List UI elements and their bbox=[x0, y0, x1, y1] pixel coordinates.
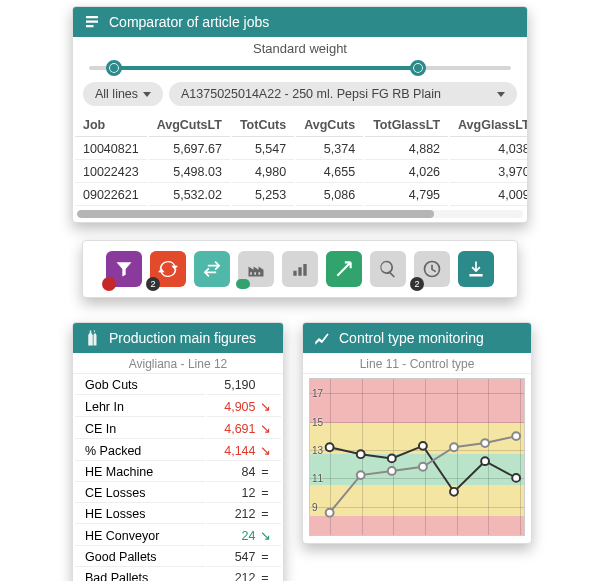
table-cell: 5,547 bbox=[232, 139, 294, 160]
comparator-icon bbox=[83, 13, 101, 31]
production-table: Gob Cuts5,190 Lehr In4,905 ↘CE In4,691 ↘… bbox=[73, 374, 283, 581]
slider-thumb-min[interactable] bbox=[106, 60, 122, 76]
table-cell: 5,253 bbox=[232, 185, 294, 206]
figure-value: 212 = bbox=[207, 569, 281, 581]
figure-value: 84 = bbox=[207, 463, 281, 482]
article-dropdown[interactable]: A1375025014A22 - 250 ml. Pepsi FG RB Pla… bbox=[169, 82, 517, 106]
chart-line-icon bbox=[313, 329, 331, 347]
pallets-button[interactable] bbox=[282, 251, 318, 287]
figure-label: Lehr In bbox=[75, 397, 205, 417]
weight-slider[interactable] bbox=[89, 58, 511, 76]
figure-row: HE Machine84 = bbox=[75, 463, 281, 482]
production-header: Production main figures bbox=[73, 323, 283, 353]
figure-value: 212 = bbox=[207, 505, 281, 524]
data-point bbox=[450, 488, 458, 496]
table-cell: 3,970 bbox=[450, 162, 528, 183]
data-point bbox=[388, 454, 396, 462]
lines-dropdown[interactable]: All lines bbox=[83, 82, 163, 106]
table-row[interactable]: 100224235,498.034,9804,6554,0263,970 bbox=[75, 162, 528, 183]
table-cell: 4,980 bbox=[232, 162, 294, 183]
table-cell: 5,086 bbox=[296, 185, 363, 206]
table-cell: 10040821 bbox=[75, 139, 147, 160]
data-point bbox=[481, 457, 489, 465]
figure-label: Gob Cuts bbox=[75, 376, 205, 395]
chevron-down-icon bbox=[497, 92, 505, 97]
figure-row: HE Conveyor24 ↘ bbox=[75, 526, 281, 546]
col-header[interactable]: AvgCutsLT bbox=[149, 114, 230, 137]
trend-icon: ↘ bbox=[259, 528, 271, 543]
data-point bbox=[450, 443, 458, 451]
table-cell: 5,374 bbox=[296, 139, 363, 160]
sync-icon bbox=[158, 259, 178, 279]
col-header[interactable]: TotCuts bbox=[232, 114, 294, 137]
figure-value: 4,691 ↘ bbox=[207, 419, 281, 439]
swap-icon bbox=[202, 259, 222, 279]
swap-button[interactable] bbox=[194, 251, 230, 287]
download-button[interactable] bbox=[458, 251, 494, 287]
comparator-panel: Comparator of article jobs Standard weig… bbox=[72, 6, 528, 223]
badge bbox=[102, 277, 116, 291]
pallets-icon bbox=[290, 259, 310, 279]
trend-up-button[interactable] bbox=[326, 251, 362, 287]
figure-label: Good Pallets bbox=[75, 548, 205, 567]
timer-button[interactable]: 2 bbox=[414, 251, 450, 287]
col-header[interactable]: AvgCuts bbox=[296, 114, 363, 137]
figure-row: Gob Cuts5,190 bbox=[75, 376, 281, 395]
trend-up-icon bbox=[334, 259, 354, 279]
data-point bbox=[512, 432, 520, 440]
slider-thumb-max[interactable] bbox=[410, 60, 426, 76]
data-point bbox=[357, 471, 365, 479]
data-point bbox=[326, 509, 334, 517]
sync-button[interactable]: 2 bbox=[150, 251, 186, 287]
article-dropdown-label: A1375025014A22 - 250 ml. Pepsi FG RB Pla… bbox=[181, 87, 441, 101]
figure-row: Bad Pallets212 = bbox=[75, 569, 281, 581]
trend-icon: = bbox=[259, 507, 271, 521]
figure-label: HE Conveyor bbox=[75, 526, 205, 546]
figure-row: Lehr In4,905 ↘ bbox=[75, 397, 281, 417]
figure-value: 4,905 ↘ bbox=[207, 397, 281, 417]
jobs-table: JobAvgCutsLTTotCutsAvgCutsTotGlassLTAvgG… bbox=[73, 112, 528, 208]
table-row[interactable]: 100408215,697.675,5475,3744,8824,038 bbox=[75, 139, 528, 160]
trend-icon: = bbox=[259, 550, 271, 564]
chevron-down-icon bbox=[143, 92, 151, 97]
horizontal-scrollbar[interactable] bbox=[77, 210, 523, 218]
search-icon bbox=[378, 259, 398, 279]
col-header[interactable]: TotGlassLT bbox=[365, 114, 448, 137]
figure-row: HE Losses212 = bbox=[75, 505, 281, 524]
timer-icon bbox=[422, 259, 442, 279]
data-point bbox=[388, 467, 396, 475]
factory-button[interactable] bbox=[238, 251, 274, 287]
trend-icon: = bbox=[259, 465, 271, 479]
data-point bbox=[419, 442, 427, 450]
control-title: Control type monitoring bbox=[339, 330, 484, 346]
scrollbar-thumb[interactable] bbox=[77, 210, 434, 218]
figure-label: HE Losses bbox=[75, 505, 205, 524]
figure-value: 5,190 bbox=[207, 376, 281, 395]
figure-label: Bad Pallets bbox=[75, 569, 205, 581]
figure-label: CE In bbox=[75, 419, 205, 439]
lines-dropdown-label: All lines bbox=[95, 87, 138, 101]
figure-row: Good Pallets547 = bbox=[75, 548, 281, 567]
badge: 2 bbox=[410, 277, 424, 291]
table-cell: 5,532.02 bbox=[149, 185, 230, 206]
table-row[interactable]: 090226215,532.025,2535,0864,7954,009 bbox=[75, 185, 528, 206]
data-point bbox=[512, 474, 520, 482]
comparator-header: Comparator of article jobs bbox=[73, 7, 527, 37]
table-cell: 4,026 bbox=[365, 162, 448, 183]
table-cell: 4,882 bbox=[365, 139, 448, 160]
search-button[interactable] bbox=[370, 251, 406, 287]
figure-value: 547 = bbox=[207, 548, 281, 567]
control-header: Control type monitoring bbox=[303, 323, 531, 353]
production-subtitle: Avigliana - Line 12 bbox=[73, 353, 283, 374]
control-panel: Control type monitoring Line 11 - Contro… bbox=[302, 322, 532, 544]
data-point bbox=[481, 439, 489, 447]
figure-value: 24 ↘ bbox=[207, 526, 281, 546]
filter-button[interactable] bbox=[106, 251, 142, 287]
table-cell: 09022621 bbox=[75, 185, 147, 206]
col-header[interactable]: Job bbox=[75, 114, 147, 137]
factory-icon bbox=[246, 259, 266, 279]
figure-row: CE Losses12 = bbox=[75, 484, 281, 503]
figure-label: CE Losses bbox=[75, 484, 205, 503]
figure-row: % Packed4,144 ↘ bbox=[75, 441, 281, 461]
col-header[interactable]: AvgGlassLT bbox=[450, 114, 528, 137]
